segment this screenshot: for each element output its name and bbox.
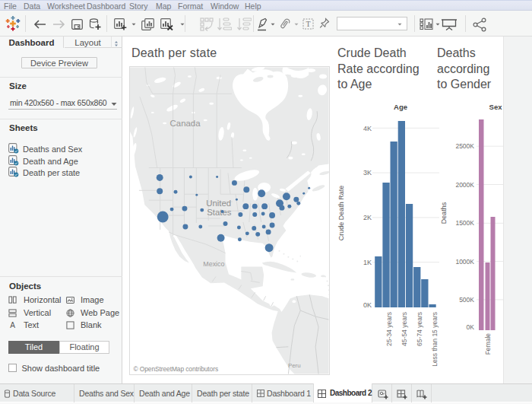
svg-text:Sex: Sex [489,103,503,111]
svg-text:1000K: 1000K [455,258,474,266]
svg-text:3K: 3K [363,169,372,177]
svg-text:0K: 0K [363,301,372,309]
svg-text:45-54 years: 45-54 years [401,312,408,346]
svg-text:2000K: 2000K [455,181,474,189]
svg-text:1500K: 1500K [455,219,474,227]
svg-text:Canada: Canada [170,119,201,128]
svg-text:Deaths: Deaths [440,202,448,224]
svg-text:2K: 2K [363,214,372,221]
svg-text:© OpenStreetMap contributors: © OpenStreetMap contributors [133,365,218,373]
svg-text:500K: 500K [459,296,474,304]
svg-text:United: United [206,199,231,208]
svg-text:Peru: Peru [288,362,301,369]
svg-text:2500K: 2500K [455,142,474,150]
svg-text:A: A [10,321,15,329]
svg-text:Crude Death Rate: Crude Death Rate [337,186,345,241]
svg-text:Mexico: Mexico [203,260,224,268]
svg-text:0K: 0K [467,323,475,331]
svg-text:States: States [207,208,232,217]
svg-text:Age: Age [394,103,407,111]
svg-text:1K: 1K [363,259,372,266]
svg-text:T: T [306,20,310,28]
svg-text:65-74 years: 65-74 years [416,312,423,346]
svg-text:25-34 years: 25-34 years [385,312,393,346]
svg-text:Female: Female [484,333,492,355]
svg-text:4K: 4K [363,125,372,132]
